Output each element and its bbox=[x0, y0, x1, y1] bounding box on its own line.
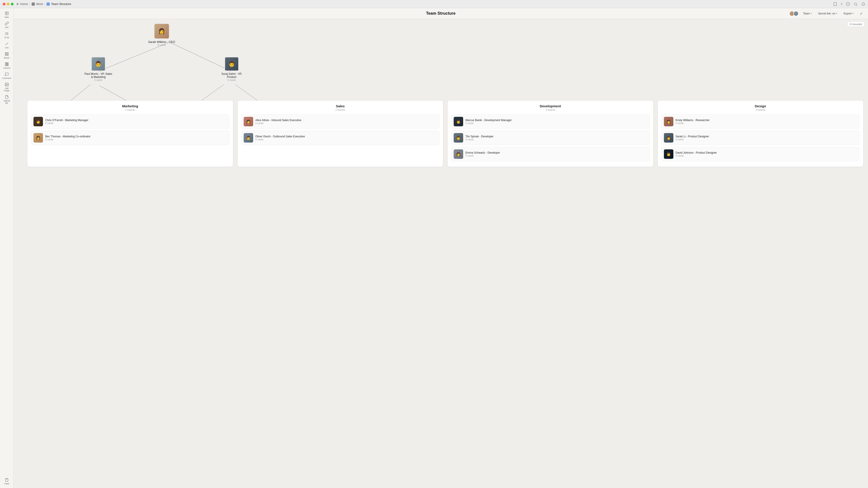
vp-left-avatar-placeholder: 👨 bbox=[92, 57, 105, 70]
sidebar-item-link[interactable]: Link bbox=[1, 20, 12, 30]
breadcrumb-sep-1: › bbox=[29, 2, 30, 6]
image-icon bbox=[5, 83, 9, 87]
titlebar: ⊛ Home › Work › Team Structure 3 ? bbox=[0, 0, 329, 8]
file-icon bbox=[5, 95, 9, 99]
member-row-marketing-1[interactable]: 👩Bec Thomas - Marketing Co-ordinator0 ca… bbox=[31, 131, 229, 145]
member-name-sales-0: Alice Attree - Inbound Sales Executive bbox=[255, 119, 301, 122]
sidebar-label-board: Board bbox=[4, 57, 9, 59]
svg-line-28 bbox=[235, 85, 260, 103]
member-cards-sales-1: 0 cards bbox=[255, 138, 305, 141]
breadcrumb-home[interactable]: Home bbox=[20, 2, 28, 6]
svg-line-26 bbox=[99, 86, 130, 103]
ceo-avatar: 👩 bbox=[154, 24, 169, 39]
todo-icon bbox=[5, 32, 9, 36]
member-row-sales-0[interactable]: 👩Alice Attree - Inbound Sales Executive0… bbox=[241, 114, 329, 129]
breadcrumb-sep-2: › bbox=[44, 2, 45, 6]
sidebar-item-board[interactable]: Board bbox=[1, 51, 12, 60]
dept-sub-marketing: 2 boards bbox=[31, 108, 229, 111]
member-row-sales-1[interactable]: 👨Oliver Grech - Outbound Sales Executive… bbox=[241, 131, 329, 145]
sidebar-item-add-image[interactable]: Add image bbox=[1, 81, 12, 93]
board-icon bbox=[5, 52, 9, 56]
sidebar-label-link: Link bbox=[5, 26, 8, 29]
page-icon bbox=[46, 2, 50, 6]
svg-line-13 bbox=[5, 43, 8, 45]
member-info-sales-0: Alice Attree - Inbound Sales Executive0 … bbox=[255, 119, 301, 125]
vp-left-name: Paul Morris - VP, Sales & Marketing bbox=[84, 72, 113, 78]
canvas: 0 Unsorted 👩 Sara bbox=[13, 19, 329, 184]
sidebar-label-note: Note bbox=[4, 16, 9, 18]
dept-sub-sales: 2 boards bbox=[241, 108, 329, 111]
sidebar-label-column: Column bbox=[3, 67, 10, 69]
minimize-button[interactable] bbox=[7, 3, 9, 5]
sidebar-label-todo: To-do bbox=[4, 36, 9, 39]
member-row-marketing-0[interactable]: 🧑Chris O'Farrell - Marketing Manager0 ca… bbox=[31, 114, 229, 129]
svg-rect-15 bbox=[7, 53, 8, 54]
comment-icon bbox=[5, 72, 9, 76]
sidebar-item-note[interactable]: Note bbox=[1, 10, 12, 20]
member-name-marketing-0: Chris O'Farrell - Marketing Manager bbox=[45, 119, 88, 122]
sidebar-label-upload-file: Upload file bbox=[2, 100, 11, 104]
svg-rect-16 bbox=[7, 55, 8, 56]
svg-rect-20 bbox=[7, 63, 8, 66]
member-avatar-inner-marketing-0: 🧑 bbox=[33, 117, 43, 126]
traffic-lights bbox=[3, 3, 13, 5]
member-cards-sales-0: 0 cards bbox=[255, 122, 301, 125]
sidebar-item-comment[interactable]: Comment bbox=[1, 71, 12, 80]
dept-title-marketing: Marketing bbox=[31, 104, 229, 108]
close-button[interactable] bbox=[3, 3, 5, 5]
svg-rect-19 bbox=[6, 63, 7, 66]
sidebar-item-line[interactable]: Line bbox=[1, 40, 12, 50]
link-icon bbox=[5, 22, 9, 26]
member-avatar-marketing-0: 🧑 bbox=[33, 117, 43, 126]
home-icon: ⊛ bbox=[16, 2, 19, 6]
member-avatar-sales-1: 👨 bbox=[244, 133, 253, 142]
vp-left-cards: 0 cards bbox=[94, 78, 102, 81]
svg-point-22 bbox=[6, 84, 6, 84]
column-icon bbox=[5, 62, 9, 66]
vp-left-node[interactable]: 👨 Paul Morris - VP, Sales & Marketing 0 … bbox=[84, 57, 113, 81]
vp-right-avatar: 👨 bbox=[225, 57, 239, 71]
vp-left-avatar: 👨 bbox=[91, 57, 105, 71]
breadcrumb-work[interactable]: Work bbox=[36, 2, 43, 6]
member-info-marketing-1: Bec Thomas - Marketing Co-ordinator0 car… bbox=[45, 135, 91, 141]
work-icon bbox=[32, 2, 35, 6]
sidebar-item-todo[interactable]: To-do bbox=[1, 30, 12, 40]
sidebar-item-upload-file[interactable]: Upload file bbox=[1, 94, 12, 105]
vp-right-avatar-placeholder: 👨 bbox=[225, 57, 238, 70]
vp-right-name: Suraj Sahni - VP, Product bbox=[217, 72, 246, 78]
svg-rect-14 bbox=[5, 53, 6, 54]
member-avatar-inner-marketing-1: 👩 bbox=[33, 133, 43, 142]
ceo-name: Sarah Wilkins - CEO bbox=[148, 40, 175, 43]
member-cards-marketing-0: 0 cards bbox=[45, 122, 88, 125]
line-icon bbox=[5, 42, 9, 46]
note-icon bbox=[5, 11, 9, 15]
sidebar-label-comment: Comment bbox=[2, 77, 11, 79]
member-avatar-sales-0: 👩 bbox=[244, 117, 253, 126]
ceo-cards: 0 cards bbox=[158, 43, 166, 46]
breadcrumb: ⊛ Home › Work › Team Structure bbox=[16, 2, 71, 6]
member-avatar-inner-sales-0: 👩 bbox=[244, 117, 253, 126]
member-info-marketing-0: Chris O'Farrell - Marketing Manager0 car… bbox=[45, 119, 88, 125]
ceo-avatar-placeholder: 👩 bbox=[154, 24, 169, 38]
canvas-inner: 0 Unsorted 👩 Sara bbox=[13, 19, 329, 184]
member-cards-marketing-1: 0 cards bbox=[45, 138, 91, 141]
member-name-sales-1: Oliver Grech - Outbound Sales Executive bbox=[255, 135, 305, 138]
breadcrumb-current: Team Structure bbox=[51, 2, 71, 6]
dept-title-sales: Sales bbox=[241, 104, 329, 108]
member-info-sales-1: Oliver Grech - Outbound Sales Executive0… bbox=[255, 135, 305, 141]
svg-rect-18 bbox=[5, 63, 6, 66]
maximize-button[interactable] bbox=[11, 3, 13, 5]
ceo-node[interactable]: 👩 Sarah Wilkins - CEO 0 cards bbox=[148, 24, 175, 46]
sidebar-label-add-image: Add image bbox=[2, 87, 11, 92]
svg-rect-17 bbox=[5, 55, 6, 56]
dept-card-marketing[interactable]: Marketing2 boards🧑Chris O'Farrell - Mark… bbox=[27, 100, 233, 167]
vp-right-node[interactable]: 👨 Suraj Sahni - VP, Product 0 cards bbox=[217, 57, 246, 81]
member-name-marketing-1: Bec Thomas - Marketing Co-ordinator bbox=[45, 135, 91, 138]
member-avatar-inner-sales-1: 👨 bbox=[244, 133, 253, 142]
svg-line-27 bbox=[199, 85, 224, 103]
dept-row: Marketing2 boards🧑Chris O'Farrell - Mark… bbox=[27, 100, 329, 167]
member-avatar-marketing-1: 👩 bbox=[33, 133, 43, 142]
dept-card-sales[interactable]: Sales2 boards👩Alice Attree - Inbound Sal… bbox=[237, 100, 329, 167]
svg-line-25 bbox=[68, 85, 90, 103]
sidebar-item-column[interactable]: Column bbox=[1, 61, 12, 70]
